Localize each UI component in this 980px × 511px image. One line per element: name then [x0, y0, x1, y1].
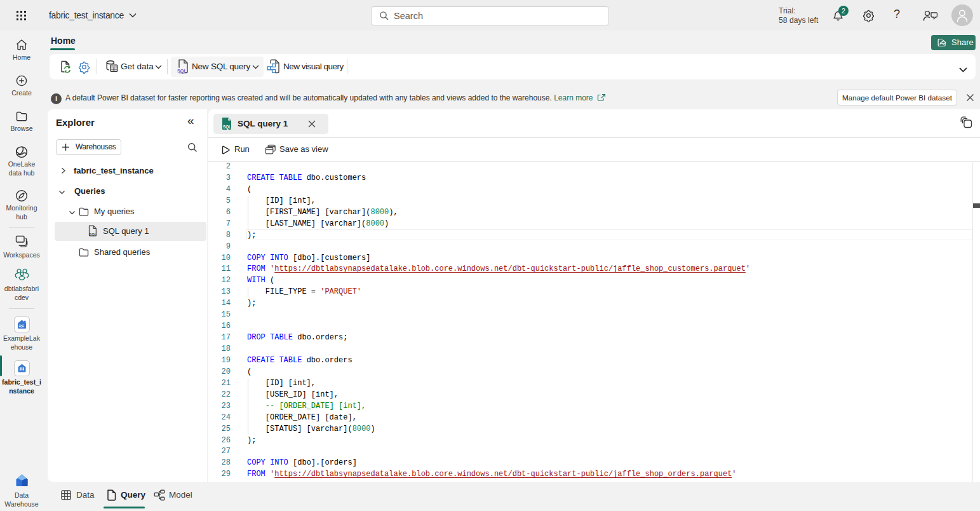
svg-text:SQL: SQL [223, 125, 231, 130]
svg-text:SQL: SQL [89, 233, 97, 236]
svg-text:SQL: SQL [177, 68, 187, 74]
